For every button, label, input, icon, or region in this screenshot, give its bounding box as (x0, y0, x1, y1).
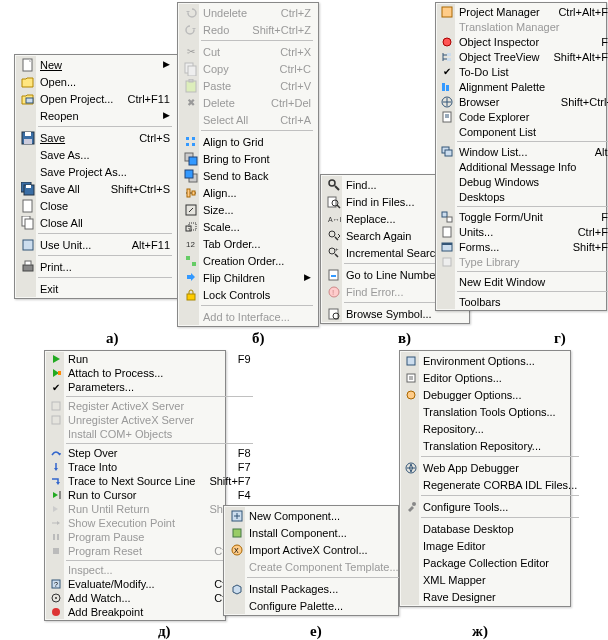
item-parameters[interactable]: ✔Parameters... (66, 380, 255, 394)
item-window-list[interactable]: Window List...Alt+0 (457, 144, 608, 159)
item-trace-next[interactable]: Trace to Next Source LineShift+F7 (66, 474, 255, 488)
item-save-project-as[interactable]: Save Project As... (38, 163, 174, 180)
item-install-com[interactable]: Install COM+ Objects (66, 427, 255, 441)
item-todo[interactable]: ✔To-Do List (457, 64, 608, 79)
item-debug-windows[interactable]: Debug Windows▶ (457, 174, 608, 189)
menu-run: RunF9 Attach to Process... ✔Parameters..… (44, 350, 226, 621)
item-project-manager[interactable]: Project ManagerCtrl+Alt+F11 (457, 4, 608, 19)
item-repository[interactable]: Repository... (421, 420, 581, 437)
svg-rect-25 (185, 170, 193, 178)
item-save-as[interactable]: Save As... (38, 146, 174, 163)
item-open-project[interactable]: Open Project... Ctrl+F11 (38, 90, 174, 107)
item-additional-msg[interactable]: Additional Message Info (457, 159, 608, 174)
item-configure-tools[interactable]: Configure Tools... (421, 498, 581, 515)
item-install-packages[interactable]: Install Packages... (247, 580, 403, 597)
caption-e: е) (310, 623, 322, 640)
item-redo[interactable]: Redo Shift+Ctrl+Z (201, 21, 315, 38)
item-configure-palette[interactable]: Configure Palette... (247, 597, 403, 614)
item-use-unit[interactable]: Use Unit... Alt+F11 (38, 236, 174, 253)
item-editor-options[interactable]: Editor Options... (421, 369, 581, 386)
item-rave-designer[interactable]: Rave Designer (421, 588, 581, 605)
item-browser[interactable]: BrowserShift+Ctrl+B (457, 94, 608, 109)
item-scale[interactable]: Scale... (201, 218, 315, 235)
label: Print... (40, 261, 170, 273)
item-env-options[interactable]: Environment Options... (421, 352, 581, 369)
item-save-all[interactable]: Save All Shift+Ctrl+S (38, 180, 174, 197)
item-paste[interactable]: Paste Ctrl+V (201, 77, 315, 94)
item-run[interactable]: RunF9 (66, 352, 255, 366)
item-xml-mapper[interactable]: XML Mapper (421, 571, 581, 588)
svg-text:!: ! (332, 288, 334, 297)
item-toggle[interactable]: Toggle Form/UnitF12 (457, 209, 608, 224)
item-bring-front[interactable]: Bring to Front (201, 150, 315, 167)
item-forms[interactable]: Forms...Shift+F12 (457, 239, 608, 254)
item-lock[interactable]: Lock Controls (201, 286, 315, 303)
item-copy[interactable]: Copy Ctrl+C (201, 60, 315, 77)
item-install-component[interactable]: Install Component... (247, 524, 403, 541)
item-unregister-ax[interactable]: Unregister ActiveX Server (66, 413, 255, 427)
item-close[interactable]: Close (38, 197, 174, 214)
item-units[interactable]: Units...Ctrl+F12 (457, 224, 608, 239)
item-undelete[interactable]: Undelete Ctrl+Z (201, 4, 315, 21)
item-add-interface[interactable]: Add to Interface... (201, 308, 315, 325)
item-align-grid[interactable]: Align to Grid (201, 133, 315, 150)
item-component-list[interactable]: Component List (457, 124, 608, 139)
item-web-app[interactable]: Web App Debugger (421, 459, 581, 476)
item-trace-into[interactable]: Trace IntoF7 (66, 460, 255, 474)
item-desktops[interactable]: Desktops▶ (457, 189, 608, 204)
caption-a: а) (106, 330, 119, 347)
svg-point-78 (55, 597, 57, 599)
item-close-all[interactable]: Close All (38, 214, 174, 231)
item-attach[interactable]: Attach to Process... (66, 366, 255, 380)
shortcut: Ctrl+Z (281, 7, 311, 19)
item-import-activex[interactable]: XImport ActiveX Control... (247, 541, 403, 558)
item-align[interactable]: Align... (201, 184, 315, 201)
item-create-template[interactable]: Create Component Template... (247, 558, 403, 575)
label: Open Project... (40, 93, 114, 105)
item-object-treeview[interactable]: Object TreeViewShift+Alt+F11 (457, 49, 608, 64)
item-send-back[interactable]: Send to Back (201, 167, 315, 184)
item-new-component[interactable]: New Component... (247, 507, 403, 524)
item-run-cursor[interactable]: Run to CursorF4 (66, 488, 255, 502)
item-translation-repo[interactable]: Translation Repository... (421, 437, 581, 454)
item-tab-order[interactable]: 12Tab Order... (201, 235, 315, 252)
redo-icon (182, 22, 200, 38)
item-creation-order[interactable]: Creation Order... (201, 252, 315, 269)
item-alignment-palette[interactable]: Alignment Palette (457, 79, 608, 94)
svg-rect-54 (447, 53, 451, 56)
item-type-library[interactable]: Type Library (457, 254, 608, 269)
item-cut[interactable]: ✂ Cut Ctrl+X (201, 43, 315, 60)
item-new-edit-window[interactable]: New Edit Window (457, 274, 608, 289)
svg-point-53 (443, 38, 451, 46)
item-regen-corba[interactable]: Regenerate CORBA IDL Files... (421, 476, 581, 493)
item-select-all[interactable]: Select All Ctrl+A (201, 111, 315, 128)
svg-rect-20 (186, 143, 189, 146)
item-code-explorer[interactable]: Code Explorer (457, 109, 608, 124)
item-reopen[interactable]: Reopen ▶ (38, 107, 174, 124)
svg-rect-63 (447, 217, 452, 222)
item-pkg-collection[interactable]: Package Collection Editor (421, 554, 581, 571)
item-translation-manager[interactable]: Translation Manager (457, 19, 608, 34)
item-toolbars[interactable]: Toolbars▶ (457, 294, 608, 309)
item-register-ax[interactable]: Register ActiveX Server (66, 399, 255, 413)
project-manager-icon (438, 4, 456, 20)
item-translation-tools[interactable]: Translation Tools Options... (421, 403, 581, 420)
item-open[interactable]: Open... (38, 73, 174, 90)
svg-rect-15 (188, 66, 196, 76)
item-step-over[interactable]: Step OverF8 (66, 446, 255, 460)
item-image-editor[interactable]: Image Editor (421, 537, 581, 554)
item-print[interactable]: Print... (38, 258, 174, 275)
label: Save (40, 132, 125, 144)
item-db-desktop[interactable]: Database Desktop (421, 520, 581, 537)
item-save[interactable]: Save Ctrl+S (38, 129, 174, 146)
item-delete[interactable]: ✖ Delete Ctrl+Del (201, 94, 315, 111)
item-new[interactable]: New ▶ (38, 56, 174, 73)
svg-rect-62 (442, 212, 447, 217)
item-exit[interactable]: Exit (38, 280, 174, 297)
new-component-icon (228, 508, 246, 524)
item-debugger-options[interactable]: Debugger Options... (421, 386, 581, 403)
menu-file: New ▶ Open... Open Project... Ctrl+F11 R… (14, 54, 178, 299)
item-object-inspector[interactable]: Object InspectorF11 (457, 34, 608, 49)
item-size[interactable]: Size... (201, 201, 315, 218)
item-flip-children[interactable]: Flip Children▶ (201, 269, 315, 286)
